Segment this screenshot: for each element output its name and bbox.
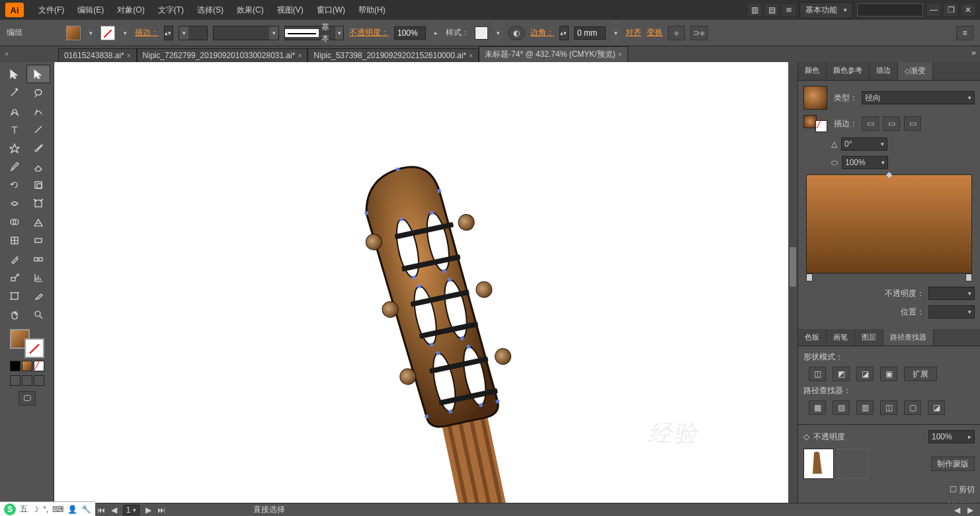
- gradient-preview-swatch[interactable]: [803, 86, 827, 110]
- stroke-mode-3-icon[interactable]: ▭: [904, 116, 921, 131]
- last-artboard-icon[interactable]: ⏭: [157, 505, 166, 515]
- gradient-opacity-dropdown[interactable]: ▾: [928, 287, 975, 300]
- gradient-stop[interactable]: [965, 274, 972, 281]
- transform-label[interactable]: 变换: [647, 27, 663, 38]
- close-icon[interactable]: ×: [469, 52, 473, 59]
- gradient-angle-dropdown[interactable]: 0°▾: [841, 137, 887, 151]
- ime-settings-icon[interactable]: 🔧: [81, 505, 91, 514]
- window-close[interactable]: ✕: [961, 4, 975, 16]
- chevron-down-icon[interactable]: ▾: [611, 20, 620, 46]
- ime-mode[interactable]: 五: [20, 503, 28, 515]
- brush-dropdown[interactable]: ▾: [213, 26, 279, 40]
- divide-icon[interactable]: ▦: [809, 400, 826, 415]
- menu-help[interactable]: 帮助(H): [352, 2, 392, 18]
- gradient-stop[interactable]: [806, 274, 813, 281]
- screen-mode-button[interactable]: 🖵: [19, 391, 36, 406]
- paintbrush-tool[interactable]: [26, 139, 50, 157]
- clip-checkbox[interactable]: ☐ 剪切: [950, 484, 975, 496]
- menu-select[interactable]: 选择(S): [190, 2, 230, 18]
- free-transform-tool[interactable]: [26, 194, 50, 213]
- gradient-fill-stroke-toggle[interactable]: ╱: [803, 115, 827, 132]
- prev-artboard-icon[interactable]: ◀: [110, 505, 119, 515]
- minus-back-icon[interactable]: ◪: [928, 400, 945, 415]
- corner-stepper[interactable]: ▴▾: [559, 26, 569, 40]
- stroke-color[interactable]: [24, 338, 44, 358]
- chevron-down-icon[interactable]: ▾: [86, 20, 95, 46]
- stroke-weight-stepper[interactable]: ▴▾: [164, 26, 173, 40]
- tab-brushes[interactable]: 画笔: [827, 329, 855, 346]
- stroke-mode-2-icon[interactable]: ▭: [883, 116, 900, 131]
- minus-front-icon[interactable]: ◩: [833, 367, 850, 381]
- gradient-tool[interactable]: [26, 231, 50, 250]
- canvas[interactable]: 经验: [54, 62, 797, 503]
- draw-inside-icon[interactable]: [34, 375, 44, 386]
- tab-stroke[interactable]: 描边: [870, 62, 898, 80]
- document-tab[interactable]: Nipic_537398_20190929202152610000.ai* ×: [307, 48, 479, 62]
- slice-tool[interactable]: [26, 287, 50, 305]
- perspective-grid-tool[interactable]: [26, 213, 50, 231]
- chevron-down-icon[interactable]: ▾: [493, 20, 503, 46]
- transparency-opacity-dropdown[interactable]: 100%▸: [928, 430, 975, 443]
- menu-effect[interactable]: 效果(C): [230, 2, 270, 18]
- opacity-label[interactable]: 不透明度：: [349, 27, 389, 38]
- menu-object[interactable]: 对象(O): [110, 2, 151, 18]
- magic-wand-tool[interactable]: [3, 83, 26, 102]
- document-tab[interactable]: Nipic_7262799_2019092010330028031.ai* ×: [137, 48, 308, 62]
- blend-tool[interactable]: [26, 250, 50, 268]
- symbol-sprayer-tool[interactable]: [3, 268, 26, 287]
- pen-tool[interactable]: [3, 102, 26, 120]
- rotate-tool[interactable]: [3, 176, 26, 194]
- recolor-artwork-icon[interactable]: ◐: [508, 26, 525, 40]
- stroke-weight-dropdown[interactable]: ▾: [179, 26, 208, 40]
- corner-label[interactable]: 边角：: [530, 27, 554, 38]
- ime-moon-icon[interactable]: ☽: [32, 505, 39, 514]
- document-tab[interactable]: 01615243838.ai* ×: [58, 48, 137, 62]
- scale-tool[interactable]: [26, 176, 50, 194]
- unite-icon[interactable]: ◫: [809, 367, 826, 381]
- isolate-icon[interactable]: ⟡: [668, 26, 685, 40]
- shape-builder-tool[interactable]: [3, 213, 26, 231]
- search-input[interactable]: [857, 3, 923, 17]
- graph-tool[interactable]: [26, 268, 50, 287]
- window-minimize[interactable]: —: [927, 4, 940, 16]
- workspace-switcher[interactable]: 基本功能 ▾: [799, 2, 853, 18]
- selection-tool[interactable]: [3, 65, 26, 83]
- line-tool[interactable]: [26, 120, 50, 139]
- transparency-thumb[interactable]: [803, 449, 834, 479]
- fill-stroke-selector[interactable]: [10, 329, 44, 358]
- ime-user-icon[interactable]: 👤: [67, 505, 77, 514]
- tab-gradient[interactable]: ◇渐变: [898, 62, 933, 80]
- chevron-down-icon[interactable]: ▸: [431, 20, 440, 46]
- solid-color-mode[interactable]: [10, 361, 20, 371]
- stroke-label[interactable]: 描边：: [135, 27, 159, 38]
- tab-pathfinder[interactable]: 路径查找器: [883, 329, 934, 346]
- close-icon[interactable]: ×: [298, 52, 302, 59]
- trim-icon[interactable]: ▤: [833, 400, 850, 415]
- tab-overflow[interactable]: »: [969, 48, 979, 57]
- menu-type[interactable]: 文字(T): [151, 2, 190, 18]
- opacity-input[interactable]: [394, 26, 426, 40]
- controlbar-menu[interactable]: ≡: [956, 26, 973, 40]
- gradient-ramp[interactable]: ◆: [806, 174, 972, 274]
- layout-icon[interactable]: ▥: [748, 4, 761, 16]
- direct-selection-tool[interactable]: [26, 65, 50, 83]
- menu-window[interactable]: 窗口(W): [310, 2, 352, 18]
- tab-color-guide[interactable]: 颜色参考: [827, 62, 870, 80]
- align-label[interactable]: 对齐: [626, 27, 641, 38]
- hand-tool[interactable]: [3, 305, 26, 324]
- ime-keyboard-icon[interactable]: ⌨: [52, 505, 63, 514]
- draw-mode-icon[interactable]: [10, 375, 20, 386]
- gradient-color-mode[interactable]: [22, 361, 32, 371]
- tab-layers[interactable]: 图层: [855, 329, 883, 346]
- make-mask-button[interactable]: 制作蒙版: [931, 457, 975, 471]
- next-artboard-icon[interactable]: ▶: [143, 505, 153, 515]
- scroll-left-icon[interactable]: ◀: [952, 505, 961, 515]
- menu-view[interactable]: 视图(V): [270, 2, 310, 18]
- sync-icon[interactable]: ≋: [782, 4, 796, 16]
- stroke-mode-1-icon[interactable]: ▭: [862, 116, 879, 131]
- lasso-tool[interactable]: [26, 83, 50, 102]
- menu-edit[interactable]: 编辑(E): [71, 2, 110, 18]
- crop-icon[interactable]: ◫: [880, 400, 897, 415]
- eyedropper-tool[interactable]: [3, 250, 26, 268]
- stroke-profile-dropdown[interactable]: 基本 ▾: [284, 26, 344, 40]
